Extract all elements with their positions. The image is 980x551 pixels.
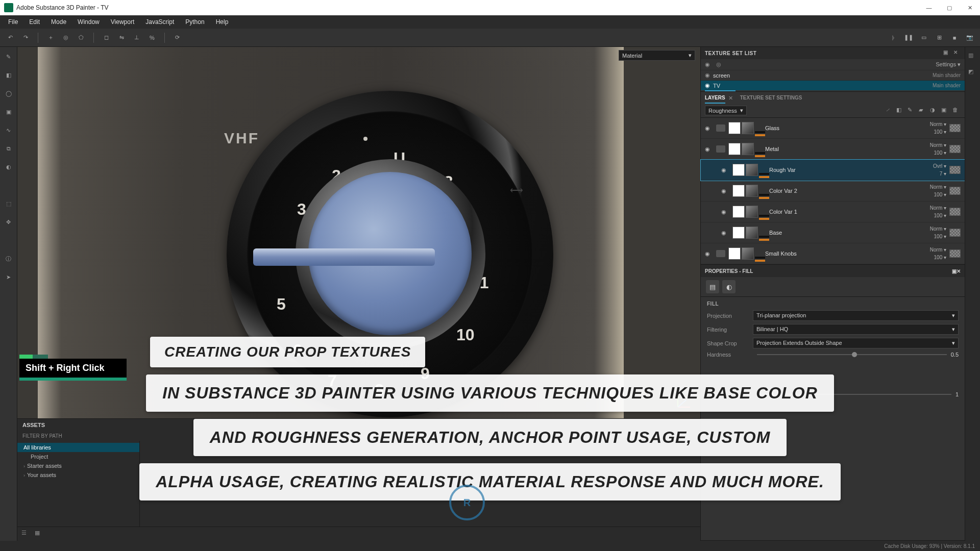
pause-icon[interactable]: ❚❚ bbox=[903, 33, 914, 43]
layer-thumb[interactable] bbox=[746, 164, 758, 176]
select-tool-icon[interactable]: ⬚ bbox=[3, 198, 14, 209]
assets-tree-all[interactable]: All libraries bbox=[17, 443, 139, 452]
brush-tool-icon[interactable]: ✎ bbox=[3, 51, 14, 62]
layer-blend-mode[interactable]: Norm ▾ bbox=[919, 205, 946, 211]
maximize-button[interactable]: ▢ bbox=[943, 5, 955, 11]
mask-icon[interactable]: ◧ bbox=[896, 107, 904, 115]
minimize-button[interactable]: — bbox=[923, 5, 935, 11]
delete-icon[interactable]: 🗑 bbox=[952, 107, 961, 115]
assets-view-grid-icon[interactable]: ▦ bbox=[35, 530, 44, 539]
menu-help[interactable]: Help bbox=[211, 17, 234, 27]
assets-content[interactable] bbox=[140, 441, 700, 527]
layer-thumb[interactable] bbox=[742, 247, 754, 260]
layer-mask-thumb[interactable] bbox=[728, 122, 741, 134]
layer-row[interactable]: ◉MetalNorm ▾100 ▾ bbox=[701, 139, 965, 160]
layer-thumb[interactable] bbox=[742, 143, 754, 155]
axis-icon[interactable]: ⊥ bbox=[132, 33, 142, 43]
menu-viewport[interactable]: Viewport bbox=[106, 17, 139, 27]
menu-python[interactable]: Python bbox=[180, 17, 209, 27]
visibility-icon[interactable]: ◉ bbox=[721, 188, 729, 194]
layer-thumb[interactable] bbox=[746, 206, 758, 218]
visibility-icon[interactable]: ◉ bbox=[705, 82, 710, 89]
effect-icon[interactable]: ⟋ bbox=[885, 107, 893, 115]
menu-mode[interactable]: Mode bbox=[46, 17, 71, 27]
assets-tree-project[interactable]: Project bbox=[17, 452, 139, 461]
pen-icon[interactable]: ✎ bbox=[908, 107, 916, 115]
redo-icon[interactable]: ↷ bbox=[20, 33, 31, 43]
projection-dropdown[interactable]: Tri-planar projection▾ bbox=[753, 310, 959, 321]
layer-opacity[interactable]: 7 ▾ bbox=[929, 171, 946, 177]
menu-file[interactable]: File bbox=[3, 17, 23, 27]
undo-icon[interactable]: ↶ bbox=[5, 33, 15, 43]
mirror-icon[interactable]: ⇋ bbox=[116, 33, 127, 43]
viewport-channel-dropdown[interactable]: Material ▾ bbox=[619, 50, 695, 61]
layer-mask-thumb[interactable] bbox=[728, 143, 741, 155]
world-icon[interactable]: ⊞ bbox=[934, 33, 944, 43]
camera-icon[interactable]: 📷 bbox=[965, 33, 975, 43]
assets-view-list-icon[interactable]: ☰ bbox=[21, 530, 31, 539]
video-icon[interactable]: ■ bbox=[949, 33, 960, 43]
menu-javascript[interactable]: JavaScript bbox=[140, 17, 179, 27]
assets-tree-your[interactable]: ›Your assets bbox=[17, 470, 139, 480]
layer-blend-mode[interactable]: Norm ▾ bbox=[919, 142, 946, 148]
target-icon[interactable]: ◎ bbox=[61, 33, 71, 43]
texset-settings-dropdown[interactable]: Settings ▾ bbox=[936, 61, 961, 68]
smart-icon[interactable]: ◑ bbox=[930, 107, 938, 115]
filtering-dropdown[interactable]: Bilinear | HQ▾ bbox=[753, 324, 959, 335]
layer-blend-mode[interactable]: Norm ▾ bbox=[919, 121, 946, 127]
layer-blend-mode[interactable]: Norm ▾ bbox=[919, 184, 946, 190]
visibility-icon[interactable]: ◉ bbox=[705, 146, 713, 153]
layer-opacity[interactable]: 100 ▾ bbox=[929, 255, 946, 260]
frame-icon[interactable]: ▭ bbox=[919, 33, 929, 43]
layer-mask-thumb[interactable] bbox=[732, 206, 745, 218]
percent-icon[interactable]: % bbox=[147, 33, 157, 43]
layer-thumb[interactable] bbox=[742, 122, 754, 134]
layer-channel-dropdown[interactable]: Roughness▾ bbox=[705, 106, 747, 115]
layer-mask-thumb[interactable] bbox=[728, 247, 741, 260]
tab-texture-set-settings[interactable]: TEXTURE SET SETTINGS bbox=[740, 95, 802, 104]
props-fill-tab-icon[interactable]: ▤ bbox=[706, 280, 719, 293]
texture-set-row[interactable]: ◉ screen Main shader bbox=[701, 70, 965, 80]
visibility-icon[interactable]: ◉ bbox=[705, 72, 710, 79]
tab-layers[interactable]: LAYERS bbox=[705, 95, 725, 104]
texture-set-row[interactable]: ◉ TV Main shader bbox=[701, 80, 965, 90]
layer-blend-mode[interactable]: Norm ▾ bbox=[919, 247, 946, 253]
props-material-tab-icon[interactable]: ◐ bbox=[722, 280, 736, 293]
visibility-icon[interactable]: ◉ bbox=[705, 251, 713, 257]
layer-mask-thumb[interactable] bbox=[732, 185, 745, 197]
polygon-icon[interactable]: ⬠ bbox=[76, 33, 86, 43]
projection-tool-icon[interactable]: ◯ bbox=[3, 88, 14, 99]
layer-opacity[interactable]: 100 ▾ bbox=[929, 129, 946, 135]
refresh-icon[interactable]: ⟳ bbox=[172, 33, 182, 43]
tab-close-icon[interactable]: ✕ bbox=[728, 95, 733, 104]
eraser-tool-icon[interactable]: ◧ bbox=[3, 69, 14, 81]
fill-tool-icon[interactable]: ▣ bbox=[3, 106, 14, 117]
clone-tool-icon[interactable]: ⧉ bbox=[3, 143, 14, 154]
panel-close-icon[interactable]: ✕ bbox=[957, 268, 961, 274]
layer-blend-mode[interactable]: Ovrl ▾ bbox=[919, 163, 946, 169]
layer-opacity[interactable]: 100 ▾ bbox=[929, 150, 946, 156]
send-tool-icon[interactable]: ➤ bbox=[3, 271, 14, 283]
layer-blend-mode[interactable]: Norm ▾ bbox=[919, 226, 946, 232]
layer-row[interactable]: ◉BaseNorm ▾100 ▾ bbox=[701, 222, 965, 243]
panel-close-icon[interactable]: ✕ bbox=[953, 49, 961, 57]
info-tool-icon[interactable]: ⓘ bbox=[3, 253, 14, 264]
smudge-tool-icon[interactable]: ∿ bbox=[3, 124, 14, 136]
add-icon[interactable]: ＋ bbox=[45, 33, 56, 43]
move-tool-icon[interactable]: ✥ bbox=[3, 216, 14, 228]
visibility-all-icon[interactable]: ◉ bbox=[705, 61, 713, 68]
layer-row[interactable]: ◉Color Var 2Norm ▾100 ▾ bbox=[701, 181, 965, 202]
cube-icon[interactable]: ◻ bbox=[101, 33, 111, 43]
dock-icon[interactable]: ◩ bbox=[968, 68, 977, 78]
layer-thumb[interactable] bbox=[746, 185, 758, 197]
layer-opacity[interactable]: 100 ▾ bbox=[929, 234, 946, 239]
layer-row[interactable]: ◉Small KnobsNorm ▾100 ▾ bbox=[701, 243, 965, 264]
visibility-icon[interactable]: ◉ bbox=[705, 125, 713, 132]
hardness-slider[interactable] bbox=[757, 354, 947, 355]
axis-gizmo-icon[interactable] bbox=[675, 392, 693, 410]
layer-row[interactable]: ◉GlassNorm ▾100 ▾ bbox=[701, 118, 965, 139]
layer-row[interactable]: ◉Rough VarOvrl ▾7 ▾ bbox=[701, 160, 965, 181]
layer-row[interactable]: ◉Color Var 1Norm ▾100 ▾ bbox=[701, 202, 965, 222]
bucket-icon[interactable]: ▰ bbox=[919, 107, 927, 115]
tiling-slider[interactable] bbox=[757, 394, 951, 395]
